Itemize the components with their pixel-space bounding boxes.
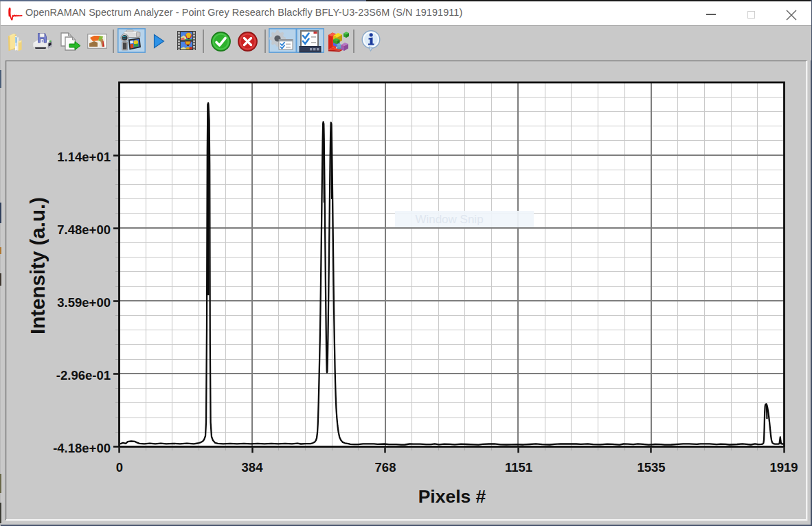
svg-text:Pixels #: Pixels # [418, 486, 486, 507]
svg-text:-4.18e+00: -4.18e+00 [53, 441, 111, 455]
svg-text:1919: 1919 [769, 460, 798, 474]
svg-text:768: 768 [375, 460, 396, 474]
svg-text:Window Snip: Window Snip [415, 213, 483, 226]
svg-text:Intensity (a.u.): Intensity (a.u.) [26, 197, 49, 334]
svg-text:1151: 1151 [505, 460, 532, 474]
svg-text:1.14e+01: 1.14e+01 [57, 150, 111, 164]
svg-text:0: 0 [116, 460, 123, 474]
svg-text:7.48e+00: 7.48e+00 [57, 222, 111, 237]
svg-text:1535: 1535 [637, 460, 665, 474]
svg-text:3.59e+00: 3.59e+00 [57, 295, 111, 310]
svg-text:384: 384 [242, 460, 264, 474]
svg-text:-2.96e-01: -2.96e-01 [56, 368, 111, 382]
